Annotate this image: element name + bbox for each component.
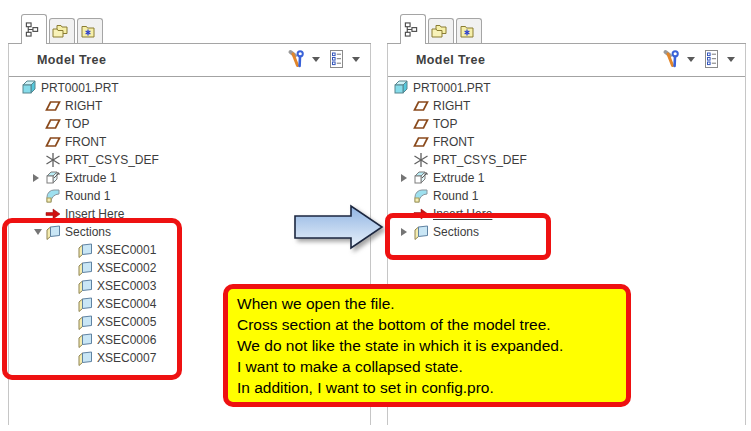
tree-item-label: TOP [65, 117, 89, 131]
tree-item-label: XSEC0004 [97, 297, 156, 311]
csys-icon [45, 152, 61, 168]
favorites-folder-tab-icon [459, 23, 475, 39]
tree-item-label: Sections [65, 225, 111, 239]
tab-favorites[interactable] [456, 18, 482, 43]
tree-item-right[interactable]: RIGHT [388, 97, 745, 115]
tab-folder-browser[interactable] [428, 18, 454, 43]
model-tree-tab-icon [24, 22, 40, 37]
tree-item-top[interactable]: TOP [9, 115, 370, 133]
tree-item-insert-here[interactable]: Insert Here [388, 205, 745, 223]
tree-item-root[interactable]: PRT0001.PRT [9, 79, 370, 97]
tree-item-label: Round 1 [433, 189, 478, 203]
datum-plane-icon [413, 134, 429, 150]
tools-dropdown-caret[interactable] [312, 57, 320, 62]
tree-item-extrude[interactable]: Extrude 1 [9, 169, 370, 187]
tab-model-tree[interactable] [400, 14, 426, 44]
insert-here-arrow-icon [413, 206, 429, 222]
tree-filters-list-icon[interactable] [701, 49, 721, 69]
note-line: In addition, I want to set in config.pro… [237, 377, 620, 398]
favorites-folder-tab-icon [80, 23, 96, 39]
tree-item-label: XSEC0002 [97, 261, 156, 275]
tree-item-label: RIGHT [65, 99, 102, 113]
tree-item-label: XSEC0005 [97, 315, 156, 329]
note-line: I want to make a collapsed state. [237, 356, 620, 377]
section-icon [77, 260, 93, 276]
tree-item-sections[interactable]: Sections [388, 223, 745, 241]
round-icon [45, 188, 61, 204]
tools-icon[interactable] [286, 49, 306, 69]
folders-tab-icon [431, 23, 447, 39]
tree-item-front[interactable]: FRONT [9, 133, 370, 151]
part-cube-icon [393, 80, 409, 96]
expander-collapsed[interactable] [31, 174, 45, 182]
model-tree-header: Model Tree [9, 44, 370, 77]
model-tree-tab-icon [403, 22, 419, 37]
tab-strip [387, 12, 746, 44]
tree-item-label: Extrude 1 [433, 171, 484, 185]
tools-dropdown-caret[interactable] [687, 57, 695, 62]
tree-item-label: Insert Here [65, 207, 124, 221]
annotation-note: When we open the file. Cross section at … [223, 284, 631, 407]
tab-favorites[interactable] [77, 18, 103, 43]
tree-item-label: PRT_CSYS_DEF [65, 153, 159, 167]
down-triangle-icon [34, 229, 42, 239]
note-line: We do not like the state in which it is … [237, 335, 620, 356]
tree-item-xsec[interactable]: XSEC0002 [9, 259, 370, 277]
model-tree: PRT0001.PRT RIGHT TOP FRONT PRT_CSYS_DEF [388, 77, 745, 241]
section-icon [77, 242, 93, 258]
filters-dropdown-caret[interactable] [352, 57, 360, 62]
tree-item-label: FRONT [433, 135, 474, 149]
panel-title: Model Tree [416, 53, 485, 67]
tree-item-label: XSEC0007 [97, 351, 156, 365]
datum-plane-icon [45, 116, 61, 132]
tree-item-right[interactable]: RIGHT [9, 97, 370, 115]
tree-item-label: XSEC0003 [97, 279, 156, 293]
expander-collapsed[interactable] [399, 228, 413, 236]
model-tree-header: Model Tree [388, 44, 745, 77]
expander-collapsed[interactable] [399, 174, 413, 182]
tree-item-extrude[interactable]: Extrude 1 [388, 169, 745, 187]
part-cube-icon [21, 80, 37, 96]
tree-item-label: Extrude 1 [65, 171, 116, 185]
folders-tab-icon [52, 23, 68, 39]
datum-plane-icon [45, 98, 61, 114]
tree-item-label: RIGHT [433, 99, 470, 113]
section-icon [77, 278, 93, 294]
tree-item-round[interactable]: Round 1 [388, 187, 745, 205]
tab-strip [8, 12, 371, 44]
insert-here-arrow-icon [45, 206, 61, 222]
filters-dropdown-caret[interactable] [727, 57, 735, 62]
expander-expanded[interactable] [31, 225, 45, 239]
tree-item-label: TOP [433, 117, 457, 131]
tree-item-label: PRT0001.PRT [41, 81, 119, 95]
note-line: Cross section at the bottom of the model… [237, 314, 620, 335]
csys-icon [413, 152, 429, 168]
transition-arrow [293, 202, 387, 258]
datum-plane-icon [413, 98, 429, 114]
tools-icon[interactable] [661, 49, 681, 69]
tree-item-front[interactable]: FRONT [388, 133, 745, 151]
tree-filters-list-icon[interactable] [326, 49, 346, 69]
tree-item-root[interactable]: PRT0001.PRT [388, 79, 745, 97]
tree-item-label: PRT0001.PRT [413, 81, 491, 95]
tree-item-csys[interactable]: PRT_CSYS_DEF [388, 151, 745, 169]
note-line: When we open the file. [237, 293, 620, 314]
right-triangle-icon [401, 174, 411, 182]
tab-folder-browser[interactable] [49, 18, 75, 43]
tree-item-label: XSEC0001 [97, 243, 156, 257]
tree-item-label: FRONT [65, 135, 106, 149]
round-icon [413, 188, 429, 204]
tab-model-tree[interactable] [21, 14, 47, 44]
section-icon [77, 296, 93, 312]
tree-item-csys[interactable]: PRT_CSYS_DEF [9, 151, 370, 169]
panel-title: Model Tree [37, 53, 106, 67]
tree-item-top[interactable]: TOP [388, 115, 745, 133]
tree-item-label: PRT_CSYS_DEF [433, 153, 527, 167]
tree-item-label: Sections [433, 225, 479, 239]
right-triangle-icon [401, 228, 411, 236]
datum-plane-icon [45, 134, 61, 150]
section-icon [45, 224, 61, 240]
tree-item-label: XSEC0006 [97, 333, 156, 347]
extrude-icon [413, 170, 429, 186]
tree-item-label: Round 1 [65, 189, 110, 203]
